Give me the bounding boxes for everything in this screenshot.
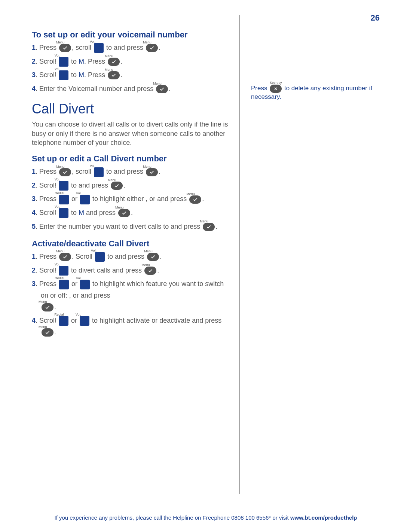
s1-step4: 4. Enter the Voicemail number and press … <box>32 83 228 95</box>
two-column-layout: To set up or edit your voicemail number … <box>32 15 380 494</box>
step-number: 1 <box>32 44 36 51</box>
menu-ok-button-icon: Menu <box>59 44 71 52</box>
s3-step2: 2. Scroll Vol.⌄Calls to and press Menu. <box>32 180 228 191</box>
section-title-call-divert: Call Divert <box>32 101 228 117</box>
check-icon <box>62 170 68 175</box>
menu-ok-button-icon: Menu <box>156 85 168 93</box>
menu-ok-button-icon: Menu <box>118 209 130 217</box>
section-title-setup-divert: Set up or edit a Call Divert number <box>32 154 228 164</box>
menu-ok-button-icon: Menu <box>111 182 123 190</box>
section-title-voicemail: To set up or edit your voicemail number <box>32 30 228 40</box>
s4-step4: 4. Scroll Redial⌃Vol. or Vol.⌄Calls to h… <box>32 315 228 338</box>
check-icon <box>150 254 156 259</box>
check-icon <box>148 268 153 273</box>
step-number: 5 <box>32 223 36 230</box>
redial-vol-up-button-icon: Redial⌃Vol. <box>59 316 68 326</box>
menu-ok-button-icon: Menu <box>59 253 71 261</box>
s3-step4: 4. Scroll Vol.⌄Calls to M and press Menu… <box>32 207 228 219</box>
menu-ok-button-icon: Menu <box>147 253 159 261</box>
redial-vol-up-button-icon: Redial⌃Vol. <box>59 195 69 204</box>
secrecy-delete-button-icon: Secrecy <box>270 85 282 93</box>
x-icon <box>273 86 278 91</box>
step-number: 3 <box>32 195 36 203</box>
check-icon <box>159 86 165 92</box>
check-icon <box>45 305 50 310</box>
vol-calls-down-button-icon: Vol.⌄Calls <box>94 167 104 177</box>
menu-ok-button-icon: Menu <box>146 168 158 176</box>
s1-step2: 2. Scroll Vol.⌄Calls to M. Press Menu. <box>32 56 228 67</box>
check-icon <box>206 224 211 229</box>
manual-page: 26 To set up or edit your voicemail numb… <box>0 0 404 532</box>
menu-ok-button-icon: Menu <box>59 168 71 176</box>
check-icon <box>149 170 154 175</box>
step-number: 3 <box>32 71 36 79</box>
s4-step2: 2. Scroll Vol.⌄Calls to divert calls and… <box>32 265 228 276</box>
s1-step1: 1. Press Menu, scroll Vol.⌄Calls to and … <box>32 42 228 54</box>
step-number: 4 <box>32 85 36 92</box>
vol-calls-down-button-icon: Vol.⌄Calls <box>94 43 104 53</box>
vol-calls-down-button-icon: Vol.⌄Calls <box>80 195 90 204</box>
menu-ok-button-icon: Menu <box>203 223 215 231</box>
vol-calls-down-button-icon: Vol.⌄Calls <box>80 316 89 326</box>
vol-calls-down-button-icon: Vol.⌄Calls <box>59 70 68 80</box>
s3-step3: 3. Press Redial⌃Vol. or Vol.⌄Calls to hi… <box>32 193 228 205</box>
check-icon <box>45 330 50 335</box>
check-icon <box>111 59 116 64</box>
side-note-delete: Press Secrecy to delete any existing num… <box>251 84 378 101</box>
side-column: Press Secrecy to delete any existing num… <box>251 15 378 494</box>
check-icon <box>114 183 119 188</box>
check-icon <box>111 73 116 78</box>
footer-url: www.bt.com/producthelp <box>290 514 357 521</box>
menu-ok-button-icon: Menu <box>144 267 156 275</box>
step-number: 4 <box>32 317 36 324</box>
check-icon <box>193 197 198 202</box>
page-number: 26 <box>371 13 380 23</box>
step-number: 2 <box>32 58 36 65</box>
s4-step1: 1. Press Menu. Scroll Vol.⌄Calls to and … <box>32 251 228 262</box>
vol-calls-down-button-icon: Vol.⌄Calls <box>59 181 68 191</box>
s3-step1: 1. Press Menu, scroll Vol.⌄Calls to and … <box>32 166 228 177</box>
menu-ok-button-icon: Menu <box>146 44 158 52</box>
check-icon <box>62 254 68 259</box>
check-icon <box>62 45 68 51</box>
step-number: 1 <box>32 253 36 260</box>
vol-calls-down-button-icon: Vol.⌄Calls <box>59 57 68 67</box>
s4-step3: 3. Press Redial⌃Vol. or Vol.⌄Calls to hi… <box>32 278 228 313</box>
step-number: 3 <box>32 280 36 288</box>
call-divert-description: You can choose to divert all calls or to… <box>32 120 228 147</box>
vol-calls-down-button-icon: Vol.⌄Calls <box>59 266 68 276</box>
menu-ok-button-icon: Menu <box>108 58 120 66</box>
step-number: 1 <box>32 168 36 175</box>
menu-ok-button-icon: Menu <box>42 303 53 311</box>
vol-calls-down-button-icon: Vol.⌄Calls <box>59 208 68 218</box>
check-icon <box>122 210 127 216</box>
s1-step3: 3. Scroll Vol.⌄Calls to M. Press Menu. <box>32 69 228 81</box>
footer-help: If you experience any problems, please c… <box>32 514 380 521</box>
vol-calls-down-button-icon: Vol.⌄Calls <box>95 252 105 262</box>
menu-ok-button-icon: Menu <box>189 195 201 204</box>
main-column: To set up or edit your voicemail number … <box>32 15 240 494</box>
redial-vol-up-button-icon: Redial⌃Vol. <box>59 280 69 289</box>
menu-ok-button-icon: Menu <box>42 328 53 337</box>
step-number: 2 <box>32 182 36 189</box>
s3-step5: 5. Enter the number you want to divert c… <box>32 221 228 232</box>
vol-calls-down-button-icon: Vol.⌄Calls <box>80 280 90 289</box>
section-title-activate-divert: Activate/deactivate Call Divert <box>32 239 228 249</box>
check-icon <box>149 45 154 51</box>
step-number: 4 <box>32 209 36 216</box>
menu-ok-button-icon: Menu <box>108 71 120 79</box>
step-number: 2 <box>32 267 36 274</box>
